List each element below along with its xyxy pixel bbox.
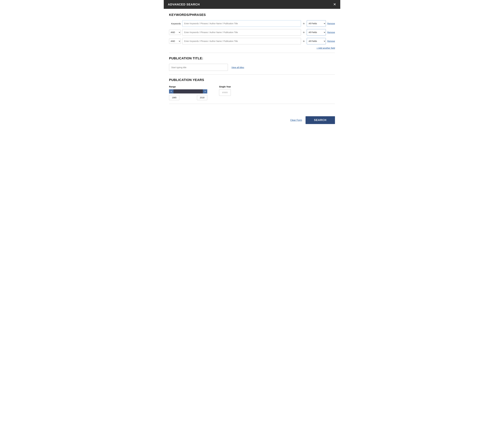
remove-button-1[interactable]: Remove (327, 22, 335, 25)
keyword-input-3[interactable] (182, 38, 301, 44)
field-select-3[interactable]: All Fields Author Title Subject Abstract (307, 38, 326, 44)
modal-title: ADVANCED SEARCH (168, 3, 200, 6)
boolean-select-2[interactable]: AND OR NOT (169, 38, 181, 44)
pub-title-section-title: PUBLICATION TITLE: (169, 56, 335, 60)
pub-years-section: PUBLICATION YEARS Range < > (169, 78, 335, 100)
modal-header: ADVANCED SEARCH ✕ (164, 0, 340, 9)
boolean-select-1[interactable]: AND OR NOT (169, 30, 181, 35)
keywords-section: KEYWORDS/PHRASES Keywords in All Fields … (169, 13, 335, 49)
range-container: Range < > (169, 85, 207, 100)
in-label-3: in (303, 40, 305, 42)
modal-body: KEYWORDS/PHRASES Keywords in All Fields … (164, 9, 340, 113)
range-label: Range (169, 85, 207, 88)
keyword-label: Keywords (169, 22, 181, 25)
keyword-row-2: AND OR NOT in All Fields Author Title Su… (169, 29, 335, 35)
divider-2 (169, 74, 335, 75)
pub-years-content: Range < > Single Year (169, 85, 335, 100)
range-inputs (169, 95, 207, 100)
in-label-2: in (303, 31, 305, 34)
divider-1 (169, 53, 335, 53)
close-button[interactable]: ✕ (333, 3, 336, 6)
keywords-section-title: KEYWORDS/PHRASES (169, 13, 335, 17)
clear-form-button[interactable]: Clear Form (290, 119, 302, 122)
range-slider-track: < > (169, 89, 207, 94)
remove-button-3[interactable]: Remove (327, 40, 335, 42)
keyword-row-3: AND OR NOT in All Fields Author Title Su… (169, 38, 335, 44)
range-end-input[interactable] (197, 95, 207, 100)
single-year-input[interactable] (219, 89, 231, 96)
in-label-1: in (303, 22, 305, 25)
keyword-row-1: Keywords in All Fields Author Title Subj… (169, 20, 335, 27)
search-button[interactable]: SEARCH (306, 116, 335, 124)
pub-title-input[interactable] (169, 64, 228, 71)
pub-years-section-title: PUBLICATION YEARS (169, 78, 335, 82)
range-track-inner (173, 89, 203, 94)
add-field-button[interactable]: + Add another field (316, 47, 335, 49)
range-left-button[interactable]: < (169, 89, 173, 94)
pub-title-section: PUBLICATION TITLE: View all titles (169, 56, 335, 71)
keyword-input-2[interactable] (182, 29, 301, 35)
pub-title-row: View all titles (169, 64, 335, 71)
view-all-titles-button[interactable]: View all titles (231, 66, 244, 69)
add-field-row: + Add another field (169, 47, 335, 49)
keyword-input-1[interactable] (182, 20, 301, 27)
modal-footer: Clear Form SEARCH (164, 113, 340, 129)
single-year-label: Single Year (219, 85, 231, 88)
field-select-1[interactable]: All Fields Author Title Subject Abstract (307, 20, 326, 27)
field-select-2[interactable]: All Fields Author Title Subject Abstract (307, 29, 326, 35)
advanced-search-modal: ADVANCED SEARCH ✕ KEYWORDS/PHRASES Keywo… (164, 0, 340, 129)
divider-3 (169, 104, 335, 104)
single-year-container: Single Year (219, 85, 231, 96)
range-start-input[interactable] (169, 95, 179, 100)
remove-button-2[interactable]: Remove (327, 31, 335, 34)
range-right-button[interactable]: > (203, 89, 207, 94)
